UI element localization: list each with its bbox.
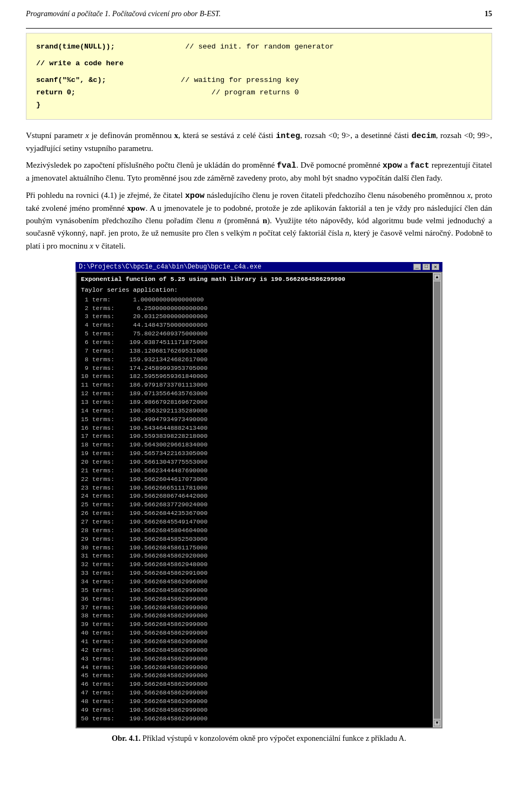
console-taylor-header: Taylor series application: (81, 286, 428, 294)
console-row: 33 terms: 190.56626845862991000 (81, 569, 428, 577)
scroll-up-arrow[interactable]: ▲ (434, 274, 440, 280)
console-row: 24 terms: 190.56626806746442000 (81, 492, 428, 500)
paragraph-1: Vstupní parametr x je definován proměnno… (26, 129, 492, 155)
console-row: 20 terms: 190.56613043775553000 (81, 458, 428, 466)
console-row: 38 terms: 190.56626845862999000 (81, 611, 428, 620)
console-content: Exponential function of 5.25 using math … (77, 273, 433, 727)
console-row: 18 terms: 190.56430029661834000 (81, 441, 428, 449)
console-row: 12 terms: 189.07135564635763000 (81, 389, 428, 398)
code-comment-2: // waiting for pressing key (176, 74, 299, 87)
page-header: Programování a počítače 1. Počítačová cv… (26, 10, 492, 18)
console-row: 19 terms: 190.56573422163305000 (81, 449, 428, 458)
console-row: 22 terms: 190.56626044617073000 (81, 475, 428, 484)
header-divider (26, 28, 492, 29)
console-row: 10 terms: 182.59559659361840000 (81, 372, 428, 381)
header-title: Programování a počítače 1. Počítačová cv… (26, 10, 221, 18)
console-row: 34 terms: 190.56626845862996000 (81, 577, 428, 586)
console-row: 45 terms: 190.56626845862999000 (81, 671, 428, 680)
console-row: 48 terms: 190.56626845862999000 (81, 697, 428, 706)
code-comment-1: // seed init. for random generator (176, 41, 334, 53)
code-line-1: srand(time(NULL)); // seed init. for ran… (36, 41, 482, 53)
paragraph-2: Mezivýsledek po započtení příslušného po… (26, 159, 492, 185)
console-row: 49 terms: 190.56626845862999000 (81, 706, 428, 714)
scroll-down-arrow[interactable]: ▼ (434, 720, 440, 726)
console-row: 36 terms: 190.56626845862999000 (81, 595, 428, 603)
console-row: 46 terms: 190.56626845862999000 (81, 680, 428, 689)
code-brace: } (36, 99, 40, 112)
code-line-brace: } (36, 99, 482, 112)
console-row: 27 terms: 190.56626845549147000 (81, 518, 428, 526)
minimize-button[interactable]: _ (413, 264, 421, 270)
console-row: 17 terms: 190.55938398228218000 (81, 432, 428, 441)
console-row: 2 terms: 6.25000000000000000 (81, 304, 428, 313)
code-line-write: // write a code here (36, 58, 482, 70)
console-row: 13 terms: 189.98667928169672000 (81, 398, 428, 407)
page: Programování a počítače 1. Počítačová cv… (0, 0, 518, 812)
console-row: 35 terms: 190.56626845862999000 (81, 586, 428, 595)
console-row: 14 terms: 190.35632921135289000 (81, 407, 428, 415)
console-row: 50 terms: 190.56626845862999000 (81, 714, 428, 723)
console-row: 25 terms: 190.56626837729024000 (81, 500, 428, 509)
console-row: 28 terms: 190.56626845804604000 (81, 526, 428, 535)
console-row: 31 terms: 190.56626845862920000 (81, 552, 428, 560)
code-scanf: scanf("%c", &c); (36, 74, 176, 87)
console-body: Exponential function of 5.25 using math … (77, 273, 433, 727)
console-titlebar: D:\Projects\C\bpc1e_c4a\bin\Debug\bpc1e_… (76, 262, 442, 272)
console-rows: 1 term: 1.00000000000000000 2 terms: 6.2… (81, 295, 428, 723)
console-row: 9 terms: 174.24589993953705000 (81, 364, 428, 373)
code-srand: srand(time(NULL)); (36, 41, 176, 53)
console-window: D:\Projects\C\bpc1e_c4a\bin\Debug\bpc1e_… (76, 262, 442, 728)
console-row: 6 terms: 109.03874511171875000 (81, 338, 428, 347)
paragraph-3: Při pohledu na rovnici (4.1) je zřejmé, … (26, 189, 492, 252)
code-line-return: return 0; // program returns 0 (36, 87, 482, 99)
close-button[interactable]: ✕ (432, 264, 439, 270)
console-window-buttons[interactable]: _ □ ✕ (413, 264, 439, 270)
console-row: 11 terms: 186.97918733701113000 (81, 381, 428, 389)
console-row: 23 terms: 190.56626665111781000 (81, 484, 428, 492)
console-row: 37 terms: 190.56626845862999000 (81, 603, 428, 612)
maximize-button[interactable]: □ (422, 264, 430, 270)
console-row: 44 terms: 190.56626845862999000 (81, 663, 428, 672)
console-row: 15 terms: 190.49947934973490000 (81, 415, 428, 424)
code-comment-3: // program returns 0 (176, 87, 299, 99)
code-line-blank2 (36, 70, 482, 74)
console-title: D:\Projects\C\bpc1e_c4a\bin\Debug\bpc1e_… (79, 263, 261, 271)
console-row: 42 terms: 190.56626845862999000 (81, 646, 428, 655)
code-block: srand(time(NULL)); // seed init. for ran… (26, 33, 492, 120)
console-row: 8 terms: 159.93213424682617000 (81, 355, 428, 364)
console-row: 43 terms: 190.56626845862999000 (81, 655, 428, 663)
console-row: 40 terms: 190.56626845862999000 (81, 629, 428, 637)
console-row: 16 terms: 190.54346448882413400 (81, 424, 428, 432)
code-line-blank (36, 53, 482, 58)
console-row: 7 terms: 138.12068176269531000 (81, 347, 428, 355)
console-row: 41 terms: 190.56626845862999000 (81, 637, 428, 646)
console-row: 47 terms: 190.56626845862999000 (81, 689, 428, 697)
figure-caption-bold: Obr. 4.1. (112, 734, 140, 742)
console-row: 32 terms: 190.56626845862948000 (81, 560, 428, 569)
console-row: 26 terms: 190.56626844235367000 (81, 509, 428, 518)
figure-caption: Obr. 4.1. Příklad výstupů v konzolovém o… (26, 734, 492, 743)
console-row: 3 terms: 20.03125000000000000 (81, 312, 428, 321)
console-row: 39 terms: 190.56626845862999000 (81, 620, 428, 629)
code-write-comment: // write a code here (36, 58, 124, 70)
text-content: Vstupní parametr x je definován proměnno… (26, 129, 492, 252)
console-row: 4 terms: 44.14843750000000000 (81, 321, 428, 329)
code-line-scanf: scanf("%c", &c); // waiting for pressing… (36, 74, 482, 87)
console-row: 5 terms: 75.80224609375000000 (81, 329, 428, 338)
figure-caption-text: Příklad výstupů v konzolovém okně pro vý… (140, 734, 406, 742)
console-scrollbar[interactable]: ▲ ▼ (433, 273, 441, 727)
console-row: 21 terms: 190.56623444487690000 (81, 466, 428, 475)
console-exp-line: Exponential function of 5.25 using math … (81, 275, 428, 284)
code-return: return 0; (36, 87, 176, 99)
console-row: 29 terms: 190.56626845852503000 (81, 535, 428, 543)
page-number: 15 (485, 10, 492, 18)
console-outer: Exponential function of 5.25 using math … (76, 272, 442, 728)
console-row: 30 terms: 190.56626845861175000 (81, 543, 428, 552)
console-row: 1 term: 1.00000000000000000 (81, 295, 428, 304)
